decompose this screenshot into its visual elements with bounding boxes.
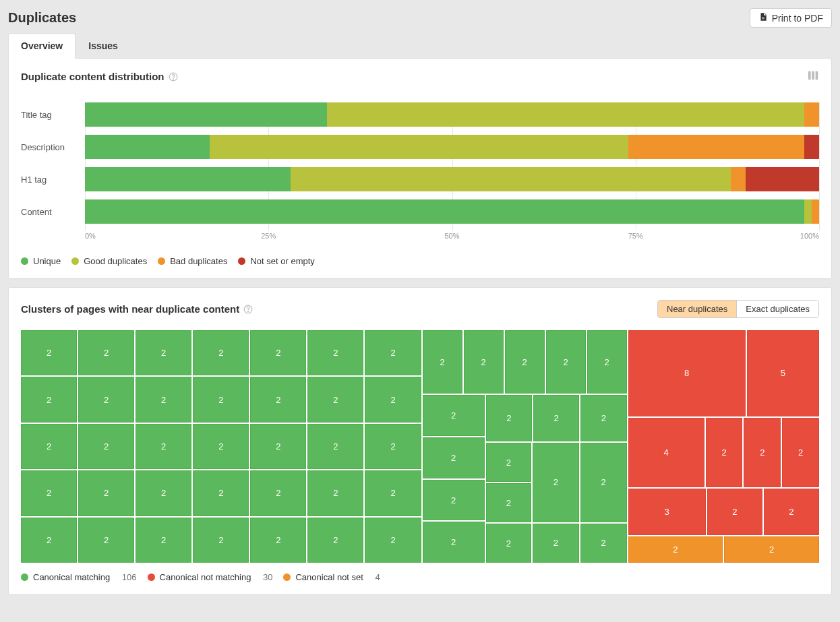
cluster-cell[interactable]: 2 [707,489,762,535]
seg-bad[interactable] [628,135,804,159]
cluster-cell[interactable]: 2 [78,377,134,422]
seg-unique[interactable] [85,167,291,191]
cluster-cell[interactable]: 2 [486,483,531,522]
cluster-cell[interactable]: 2 [764,489,819,535]
seg-unique[interactable] [85,135,210,159]
cluster-cell[interactable]: 2 [193,518,249,563]
cluster-cell[interactable]: 2 [365,470,421,516]
seg-bad[interactable] [812,199,819,224]
cluster-cell[interactable]: 2 [136,518,191,563]
cluster-cell[interactable]: 2 [706,418,743,487]
cluster-cell[interactable]: 2 [423,480,485,521]
cluster-cell[interactable]: 2 [307,518,363,563]
cluster-cell[interactable]: 4 [628,418,704,487]
cluster-cell[interactable]: 2 [21,377,77,422]
cluster-cell[interactable]: 2 [423,330,462,394]
cluster-cell[interactable]: 2 [628,536,723,563]
cluster-cell[interactable]: 2 [78,330,134,375]
cluster-cell[interactable]: 2 [136,470,191,516]
cluster-cell[interactable]: 2 [193,424,249,469]
cluster-cell[interactable]: 2 [486,443,531,482]
cluster-cell[interactable]: 2 [587,330,627,394]
cluster-cell[interactable]: 2 [580,395,626,441]
cluster-cell[interactable]: 2 [782,418,819,487]
cluster-cell[interactable]: 3 [628,489,706,535]
seg-good[interactable] [327,102,804,127]
legend-bad[interactable]: Bad duplicates [158,256,227,266]
cluster-cell[interactable]: 2 [423,522,485,563]
cluster-cell[interactable]: 2 [533,443,579,522]
tab-overview[interactable]: Overview [8,33,76,59]
cluster-cell[interactable]: 2 [250,518,306,563]
seg-good[interactable] [210,135,628,159]
cluster-cell[interactable]: 2 [486,524,531,563]
cluster-cell[interactable]: 2 [580,443,627,522]
seg-bad[interactable] [731,167,746,191]
legend-good[interactable]: Good duplicates [71,256,147,266]
cluster-cell[interactable]: 2 [78,518,134,563]
seg-good[interactable] [291,167,731,191]
duplicates-toggle: Near duplicates Exact duplicates [657,300,819,318]
print-to-pdf-button[interactable]: Print to PDF [750,8,832,28]
seg-notset[interactable] [804,135,819,159]
legend-canonical-matching[interactable]: Canonical matching 106 [21,572,137,582]
cluster-cell[interactable]: 2 [533,395,579,441]
tab-issues[interactable]: Issues [76,33,131,59]
cluster-cell[interactable]: 2 [486,395,532,441]
cluster-cell[interactable]: 2 [250,470,306,516]
cluster-cell[interactable]: 2 [136,424,191,469]
help-icon[interactable] [169,72,178,82]
cluster-cell[interactable]: 2 [307,330,363,375]
near-duplicates-toggle[interactable]: Near duplicates [658,301,736,317]
cluster-cell[interactable]: 2 [136,377,191,422]
cluster-cell[interactable]: 2 [250,424,306,469]
cluster-cell[interactable]: 2 [423,437,485,478]
help-icon[interactable] [243,305,253,314]
bar-label: Content [21,207,82,217]
legend-canonical-not-set[interactable]: Canonical not set 4 [283,572,380,582]
cluster-cell[interactable]: 2 [546,330,586,394]
cluster-cell[interactable]: 2 [724,536,819,563]
cluster-cell[interactable]: 2 [307,377,363,422]
cluster-cell[interactable]: 2 [250,377,306,422]
legend-notset[interactable]: Not set or empty [238,256,314,266]
cluster-cell[interactable]: 2 [533,524,579,563]
cluster-cell[interactable]: 2 [21,518,77,563]
cluster-cell[interactable]: 2 [307,470,363,516]
cluster-cell[interactable]: 2 [744,418,781,487]
legend-unique[interactable]: Unique [21,256,61,266]
seg-good[interactable] [804,199,812,224]
seg-unique[interactable] [85,102,327,127]
seg-bad[interactable] [804,102,819,127]
cluster-cell[interactable]: 2 [505,330,545,394]
cluster-cell[interactable]: 2 [21,470,77,516]
column-settings-icon[interactable] [808,71,819,82]
cluster-cell[interactable]: 2 [193,470,249,516]
cluster-cell[interactable]: 2 [193,377,249,422]
cluster-cell[interactable]: 2 [365,424,421,469]
cluster-cell[interactable]: 2 [423,395,485,436]
cluster-cell[interactable]: 2 [78,470,134,516]
bar-row-titletag: Title tag [85,102,819,127]
cluster-cell[interactable]: 2 [250,330,306,375]
clusters-treemap: 2 2 2 2 2 2 2 2 2 2 2 2 2 2 2 2 [21,330,819,563]
cluster-cell[interactable]: 2 [21,330,77,375]
cluster-cell[interactable]: 2 [21,424,77,469]
cluster-cell[interactable]: 2 [365,518,421,563]
cluster-cell[interactable]: 2 [307,424,363,469]
seg-notset[interactable] [746,167,819,191]
svg-rect-3 [808,71,811,80]
legend-canonical-not-matching[interactable]: Canonical not matching 30 [148,572,273,582]
exact-duplicates-toggle[interactable]: Exact duplicates [736,301,818,317]
cluster-cell[interactable]: 2 [78,424,134,469]
seg-unique[interactable] [85,199,804,224]
cluster-cell[interactable]: 5 [747,330,819,416]
cluster-cell[interactable]: 2 [193,330,249,375]
cluster-cell[interactable]: 8 [628,330,746,416]
cluster-cell[interactable]: 2 [580,524,627,563]
cluster-cell[interactable]: 2 [365,377,421,422]
axis-tick: 25% [261,232,276,240]
cluster-cell[interactable]: 2 [365,330,421,375]
cluster-cell[interactable]: 2 [136,330,191,375]
cluster-cell[interactable]: 2 [464,330,504,394]
